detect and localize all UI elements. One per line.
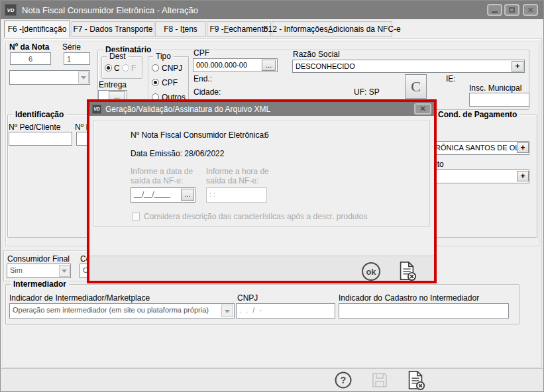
maximize-button[interactable]	[504, 4, 519, 16]
dialog-title: Geração/Validação/Assinatura do Arquivo …	[105, 105, 270, 114]
endereco-label: End.:	[193, 75, 212, 83]
cancel-document-icon	[405, 369, 426, 391]
dest-radio-c-label: C	[114, 64, 120, 73]
tab-dados-transporte[interactable]: F7 - Dados Transporte	[72, 21, 154, 37]
intermediador-title: Intermediador	[11, 279, 69, 289]
dest-title: Dest	[107, 52, 129, 61]
dialog-date-more-button[interactable]: ...	[181, 189, 194, 201]
dialog-nota-label: Nº Nota Fiscal Consumidor Eletrônica:	[131, 131, 266, 140]
serie-field[interactable]: 1	[64, 52, 90, 65]
identificacao-title: Identificação	[13, 110, 66, 119]
consumidor-final-label: Consumidor Final	[7, 255, 70, 264]
dialog-data-saida-label-line2: saída da NF-e:	[131, 177, 183, 185]
tipo-radio-cpf[interactable]	[152, 79, 159, 86]
pagamento-title: Cond. de Pagamento	[435, 110, 519, 119]
close-icon: ✕	[527, 7, 533, 14]
minimize-icon	[492, 11, 498, 13]
dialog-data-saida-label-line1: Informe a data de	[131, 168, 193, 176]
dialog-title-bar: VD Geração/Validação/Assinatura do Arqui…	[89, 102, 434, 116]
cpf-label: CPF	[193, 49, 209, 58]
consulta-button[interactable]: C	[405, 74, 427, 99]
tipo-radio-cnpj[interactable]	[152, 64, 159, 72]
window-title: Nota Fiscal Consumidor Eletrônica - Alte…	[22, 5, 198, 15]
dialog-checkbox-label: Considera descrição das características …	[144, 213, 368, 221]
ped-cliente-label: Nº Ped/Cliente	[9, 123, 60, 132]
vendedor-plus-button[interactable]: +	[517, 142, 529, 153]
dialog-hora-saida-label-line2: saída da NF-e:	[206, 177, 258, 185]
title-bar: VD Nota Fiscal Consumidor Eletrônica - A…	[1, 1, 543, 19]
dialog-cancel-document-icon	[396, 260, 417, 281]
tab-fechamento[interactable]: F9 - Fechamento	[207, 21, 271, 37]
help-button[interactable]: ?	[334, 371, 353, 389]
dialog-time-field[interactable]: : :	[206, 187, 267, 203]
dialog-checkbox[interactable]	[132, 213, 140, 220]
app-window: VD Nota Fiscal Consumidor Eletrônica - A…	[0, 0, 544, 392]
dialog-logo-icon: VD	[92, 105, 101, 114]
save-icon	[370, 371, 389, 389]
razao-social-field[interactable]: DESCONHECIDO	[292, 60, 525, 73]
vendedor-field[interactable]: RÔNICA SANTOS DE OLIVE	[432, 141, 529, 155]
cadastro-intermediador-field[interactable]	[339, 303, 509, 318]
dialog-footer	[89, 256, 434, 281]
pagto-field[interactable]	[432, 170, 529, 183]
dest-radio-f[interactable]	[122, 64, 129, 72]
dest-radio-c[interactable]	[105, 64, 112, 72]
dest-radio-f-label: F	[131, 64, 136, 73]
dialog-ok-button[interactable]: ok	[360, 261, 382, 282]
cpf-more-button[interactable]: ...	[262, 60, 276, 71]
dialog-hora-saida-label-line1: Informe a hora de	[206, 168, 269, 176]
tab-itens[interactable]: F8 - Itens	[155, 21, 206, 37]
cnpj-intermediador-label: CNPJ	[237, 294, 258, 303]
nota-label: Nº da Nota	[9, 43, 49, 52]
entrega-label: Entrega	[99, 81, 127, 89]
save-button[interactable]	[370, 371, 389, 389]
svg-text:?: ?	[341, 375, 347, 385]
razao-social-label: Razão Social	[293, 50, 340, 59]
indicador-intermediador-combobox[interactable]: Operação sem intermediador (em site ou p…	[9, 303, 235, 318]
xml-generation-dialog: VD Geração/Validação/Assinatura do Arqui…	[87, 99, 437, 283]
nota-combobox-arrow-icon[interactable]	[78, 72, 89, 83]
tipo-radio-cnpj-label: CNPJ	[162, 64, 182, 73]
minimize-button[interactable]	[487, 4, 502, 16]
nota-field[interactable]: 6	[10, 52, 51, 65]
indicador-intermediador-label: Indicador de Intermediador/Marketplace	[9, 294, 150, 303]
consumidor-final-arrow-icon[interactable]	[59, 265, 70, 277]
dialog-nota-value: 6	[264, 131, 269, 140]
maximize-icon	[509, 7, 515, 13]
tipo-title: Tipo	[153, 52, 174, 61]
tipo-radio-cpf-label: CPF	[162, 79, 178, 87]
tab-identificacao[interactable]: F6 - Identificação	[4, 21, 70, 38]
dialog-emissao-text: Data Emissão: 28/06/2022	[131, 150, 224, 158]
close-button[interactable]: ✕	[523, 4, 538, 16]
help-icon: ?	[334, 371, 353, 389]
pagto-plus-button[interactable]: +	[517, 171, 529, 181]
bottom-toolbar	[1, 368, 543, 391]
ok-icon: ok	[360, 261, 382, 282]
tab-informacoes-adicionais[interactable]: F12 - Informações Adicionais da NFC-e	[272, 21, 392, 37]
ie-label: IE:	[446, 75, 456, 83]
svg-text:ok: ok	[366, 267, 376, 277]
uf-label: UF: SP	[354, 88, 380, 97]
serie-label: Série	[62, 43, 81, 52]
app-logo-icon: VD	[5, 4, 17, 16]
cidade-label: Cidade:	[193, 88, 221, 97]
dialog-cancel-button[interactable]	[396, 260, 417, 281]
ped-cliente-field[interactable]	[9, 132, 72, 146]
insc-municipal-field[interactable]	[469, 93, 529, 107]
dialog-close-icon: ✕	[419, 105, 425, 113]
razao-social-plus-button[interactable]: +	[512, 61, 523, 72]
insc-municipal-label: Insc. Municipal	[469, 84, 521, 93]
dialog-close-button[interactable]: ✕	[414, 103, 431, 115]
tab-strip: F6 - Identificação F7 - Dados Transporte…	[1, 19, 543, 38]
cancel-button[interactable]	[405, 369, 426, 391]
indicador-intermediador-arrow-icon[interactable]	[221, 305, 233, 317]
cadastro-intermediador-label: Indicador do Cadastro no Intermediador	[339, 294, 479, 303]
cnpj-intermediador-field[interactable]: . . / -	[236, 303, 335, 318]
